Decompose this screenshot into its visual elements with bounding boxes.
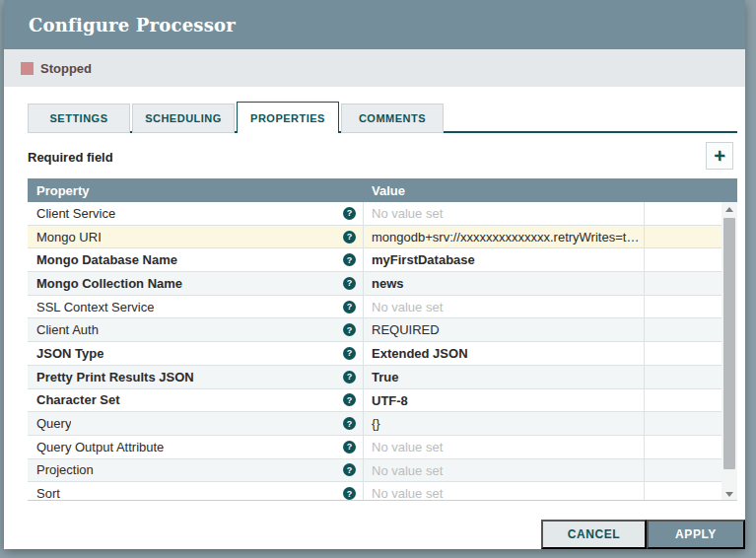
cancel-button[interactable]: CANCEL xyxy=(541,520,647,549)
table-row[interactable]: JSON Type ? Extended JSON xyxy=(28,342,722,366)
help-icon[interactable]: ? xyxy=(343,393,356,406)
table-body: Client Service ? No value set Mongo URI … xyxy=(28,202,737,501)
table-row[interactable]: Query ? {} xyxy=(28,412,722,436)
row-extra-cell xyxy=(645,366,722,388)
tab-label: PROPERTIES xyxy=(250,112,325,124)
tab-comments[interactable]: COMMENTS xyxy=(341,104,444,133)
help-icon[interactable]: ? xyxy=(343,231,356,244)
help-icon[interactable]: ? xyxy=(343,371,356,384)
value-cell[interactable]: mongodb+srv://xxxxxxxxxxxxxx.retryWrites… xyxy=(364,226,645,248)
table-row[interactable]: SSL Context Service ? No value set xyxy=(28,296,722,319)
footer-buttons: CANCEL APPLY xyxy=(541,520,745,549)
tab-properties[interactable]: PROPERTIES xyxy=(237,102,339,133)
row-extra-cell xyxy=(645,226,722,248)
property-cell: Client Auth ? xyxy=(28,318,364,341)
table-row[interactable]: Sort ? No value set xyxy=(28,482,722,501)
scroll-up-icon[interactable] xyxy=(722,202,737,216)
row-extra-cell xyxy=(645,248,722,271)
property-name: Query Output Attribute xyxy=(36,440,164,454)
help-icon[interactable]: ? xyxy=(343,347,356,360)
row-extra-cell xyxy=(645,342,722,365)
property-cell: JSON Type ? xyxy=(28,342,364,365)
help-icon[interactable]: ? xyxy=(343,323,356,336)
property-name: Sort xyxy=(36,486,60,501)
scrollbar-thumb[interactable] xyxy=(723,218,735,469)
help-icon[interactable]: ? xyxy=(343,301,356,314)
value-cell[interactable]: No value set xyxy=(364,459,645,482)
property-name: Mongo Database Name xyxy=(36,252,177,267)
property-name: Query xyxy=(36,416,71,431)
tabs: SETTINGS SCHEDULING PROPERTIES COMMENTS xyxy=(28,102,737,133)
property-name: Client Auth xyxy=(36,322,99,337)
table-row[interactable]: Query Output Attribute ? No value set xyxy=(28,436,722,459)
property-name: Mongo Collection Name xyxy=(36,276,182,291)
property-cell: Client Service ? xyxy=(28,202,364,225)
table-header: Property Value xyxy=(28,178,737,202)
help-icon[interactable]: ? xyxy=(343,417,356,430)
configure-processor-dialog: Configure Processor Stopped SETTINGS SCH… xyxy=(4,0,745,549)
tab-scheduling[interactable]: SCHEDULING xyxy=(132,104,235,133)
help-icon[interactable]: ? xyxy=(343,487,356,500)
value-cell[interactable]: Extended JSON xyxy=(364,342,645,365)
property-name: Character Set xyxy=(36,392,120,407)
column-header-property: Property xyxy=(28,183,364,198)
table-row[interactable]: Projection ? No value set xyxy=(28,459,722,483)
property-cell: Query ? xyxy=(28,412,364,435)
plus-icon: + xyxy=(714,146,725,166)
row-extra-cell xyxy=(645,389,722,412)
value-cell[interactable]: UTF-8 xyxy=(364,389,645,412)
column-header-value: Value xyxy=(364,183,737,198)
properties-table: Property Value Client Service ? No value… xyxy=(28,178,737,501)
property-cell: Query Output Attribute ? xyxy=(28,436,364,458)
row-extra-cell xyxy=(645,202,722,225)
dialog-titlebar: Configure Processor xyxy=(4,0,745,49)
tab-label: SCHEDULING xyxy=(145,112,222,124)
value-cell[interactable]: No value set xyxy=(364,202,645,225)
tab-label: SETTINGS xyxy=(49,112,107,124)
help-icon[interactable]: ? xyxy=(343,441,356,453)
value-cell[interactable]: No value set xyxy=(364,482,645,501)
tab-settings[interactable]: SETTINGS xyxy=(28,104,130,133)
table-row[interactable]: Mongo Database Name ? myFirstDatabase xyxy=(28,248,722,272)
value-cell[interactable]: REQUIRED xyxy=(364,318,645,341)
value-cell[interactable]: No value set xyxy=(364,296,645,318)
property-cell: Mongo URI ? xyxy=(28,226,364,248)
value-cell[interactable]: news xyxy=(364,272,645,295)
property-name: SSL Context Service xyxy=(36,300,154,314)
stopped-status-icon xyxy=(21,62,34,75)
scroll-down-icon[interactable] xyxy=(722,487,737,501)
value-cell[interactable]: No value set xyxy=(364,436,645,458)
status-label: Stopped xyxy=(40,61,92,76)
row-extra-cell xyxy=(645,272,722,295)
property-cell: Character Set ? xyxy=(28,389,364,412)
table-rows: Client Service ? No value set Mongo URI … xyxy=(28,202,722,501)
add-property-button[interactable]: + xyxy=(706,142,733,170)
table-row[interactable]: Mongo Collection Name ? news xyxy=(28,272,722,296)
table-row[interactable]: Client Service ? No value set xyxy=(28,202,722,226)
value-cell[interactable]: {} xyxy=(364,412,645,435)
property-cell: Mongo Database Name ? xyxy=(28,248,364,271)
help-icon[interactable]: ? xyxy=(343,253,356,266)
value-cell[interactable]: True xyxy=(364,366,645,388)
table-row[interactable]: Pretty Print Results JSON ? True xyxy=(28,366,722,389)
table-row[interactable]: Client Auth ? REQUIRED xyxy=(28,318,722,342)
help-icon[interactable]: ? xyxy=(343,277,356,290)
table-scrollbar[interactable] xyxy=(722,202,737,501)
statusbar: Stopped xyxy=(4,49,745,87)
table-row[interactable]: Mongo URI ? mongodb+srv://xxxxxxxxxxxxxx… xyxy=(28,226,722,249)
dialog-title: Configure Processor xyxy=(29,15,236,35)
help-icon[interactable]: ? xyxy=(343,463,356,476)
property-cell: Projection ? xyxy=(28,459,364,482)
help-icon[interactable]: ? xyxy=(343,207,356,220)
property-cell: Sort ? xyxy=(28,482,364,501)
row-extra-cell xyxy=(645,459,722,482)
apply-button[interactable]: APPLY xyxy=(647,520,745,549)
tab-label: COMMENTS xyxy=(359,112,426,124)
property-cell: Mongo Collection Name ? xyxy=(28,272,364,295)
table-row[interactable]: Character Set ? UTF-8 xyxy=(28,389,722,413)
property-cell: Pretty Print Results JSON ? xyxy=(28,366,364,388)
property-name: Projection xyxy=(36,462,94,477)
row-extra-cell xyxy=(645,318,722,341)
value-cell[interactable]: myFirstDatabase xyxy=(364,248,645,271)
property-name: Client Service xyxy=(36,206,115,221)
